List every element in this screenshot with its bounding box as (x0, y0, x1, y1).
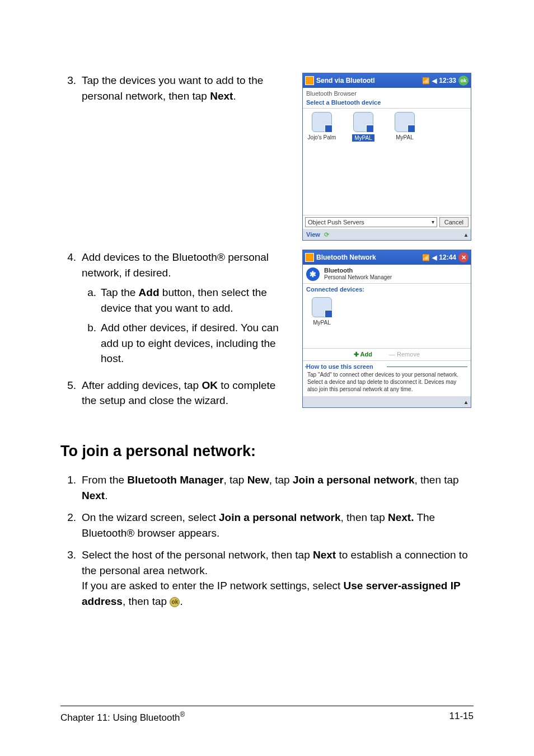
signal-icon: 📶 (422, 77, 430, 84)
device-label: MyPAL (352, 134, 374, 142)
step-3-bold: Next (210, 90, 233, 102)
page-footer: Chapter 11: Using Bluetooth® 11-15 (60, 706, 474, 724)
pda2-time: 12:44 (439, 253, 456, 261)
step-4: 4. Add devices to the Bluetooth® persona… (60, 250, 289, 371)
device-icon (312, 297, 332, 317)
screenshot-personal-network-manager: Bluetooth Network 📶 ◀ 12:44 ✕ ✱ Bluetoot… (302, 250, 471, 408)
pda1-title: Send via Bluetootl (316, 77, 420, 84)
join-step-1: 1. From the Bluetooth Manager, tap New, … (60, 472, 474, 503)
device-mypal-2[interactable]: MyPAL (389, 112, 420, 140)
footer-page-number: 11-15 (449, 711, 474, 724)
step-4a-num: a. (82, 285, 101, 316)
device-jojos-palm[interactable]: Jojo's Palm (306, 112, 338, 140)
device-icon (395, 112, 415, 132)
step-4a: a. Tap the Add button, then select the d… (82, 285, 289, 316)
j2-t2: , then tap (341, 511, 388, 523)
pda2-titlebar: Bluetooth Network 📶 ◀ 12:44 ✕ (303, 250, 471, 265)
j3-b1: Next (313, 549, 336, 561)
j1-b1: Bluetooth Manager (127, 474, 223, 486)
sip-arrow-icon[interactable]: ▴ (465, 232, 467, 238)
join-heading: To join a personal network: (60, 443, 474, 460)
pda1-time: 12:33 (439, 77, 456, 84)
pda1-titlebar: Send via Bluetootl 📶 ◀ 12:33 ok (303, 73, 471, 88)
join-step-2: 2. On the wizard screen, select Join a p… (60, 510, 474, 541)
j3-l2-t3: . (180, 595, 182, 607)
howto-heading: How to use this screen (303, 361, 471, 370)
step-3-after: . (233, 90, 236, 102)
cancel-button[interactable]: Cancel (439, 217, 469, 227)
connected-device-mypal[interactable]: MyPAL (306, 297, 338, 326)
j3-l2-t1: If you are asked to enter the IP network… (82, 580, 344, 591)
step-4a-bold: Add (139, 287, 160, 298)
connected-devices-label: Connected devices: (303, 284, 471, 295)
step-5-num: 5. (60, 378, 82, 408)
pda1-filter-dropdown[interactable]: Object Push Servers (305, 217, 437, 227)
bluetooth-icon: ✱ (306, 267, 320, 281)
j2-b2: Next. (388, 511, 414, 523)
pda1-subhead: Bluetooth Browser (303, 88, 471, 99)
j3-t1: Select the host of the personal network,… (82, 549, 313, 561)
close-button[interactable]: ✕ (458, 252, 469, 262)
start-flag-icon (305, 253, 314, 262)
join-3-num: 3. (60, 547, 82, 609)
step-3-num: 3. (60, 73, 82, 104)
device-label: MyPAL (396, 134, 414, 140)
j1-t2: , tap (223, 474, 247, 486)
device-icon (312, 112, 332, 132)
speaker-icon: ◀ (432, 254, 437, 261)
j1-b4: Next (82, 490, 105, 501)
ok-icon: ok (170, 597, 180, 607)
sip-arrow-icon[interactable]: ▴ (465, 399, 467, 405)
j1-t1: From the (82, 474, 127, 486)
speaker-icon: ◀ (432, 77, 437, 84)
start-flag-icon (305, 76, 314, 85)
pda2-header: ✱ Bluetooth Personal Network Manager (303, 265, 471, 284)
j1-t5: . (105, 490, 107, 501)
pda1-select-link[interactable]: Select a Bluetooth device (303, 99, 471, 109)
step-4b-text: Add other devices, if desired. You can a… (101, 320, 289, 367)
j3-l2-t2: , then tap (123, 595, 170, 607)
footer-chapter: Chapter 11: Using Bluetooth (60, 712, 180, 723)
device-label: Jojo's Palm (308, 134, 336, 140)
pda2-title: Bluetooth Network (316, 253, 420, 261)
join-step-3: 3. Select the host of the personal netwo… (60, 547, 474, 609)
add-button[interactable]: Add (354, 351, 372, 358)
step-4-text: Add devices to the Bluetooth® personal n… (82, 251, 269, 279)
pda2-header-title: Bluetooth (324, 267, 353, 274)
ok-button[interactable]: ok (458, 76, 469, 86)
screenshot-bluetooth-browser: Send via Bluetootl 📶 ◀ 12:33 ok Bluetoot… (302, 73, 471, 241)
step-4b: b. Add other devices, if desired. You ca… (82, 320, 289, 367)
device-icon (353, 112, 373, 132)
j1-b3: Join a personal network (293, 474, 415, 486)
connected-devices-area: MyPAL (303, 295, 471, 349)
step-5: 5. After adding devices, tap OK to compl… (60, 378, 289, 408)
howto-body: Tap "Add" to connect other devices to yo… (303, 370, 471, 396)
join-2-num: 2. (60, 510, 82, 541)
pda1-device-list: Jojo's Palm MyPAL MyPAL (303, 109, 471, 215)
device-mypal-selected[interactable]: MyPAL (348, 112, 379, 142)
join-1-num: 1. (60, 472, 82, 503)
j2-b1: Join a personal network (219, 511, 341, 523)
footer-reg: ® (180, 711, 185, 719)
j1-b2: New (247, 474, 269, 486)
j2-t1: On the wizard screen, select (82, 511, 219, 523)
signal-icon: 📶 (422, 254, 430, 261)
refresh-icon[interactable]: ⟳ (324, 231, 329, 238)
view-menu[interactable]: View (306, 231, 320, 238)
step-5-bold: OK (202, 379, 218, 391)
step-4a-before: Tap the (101, 287, 139, 298)
pda2-header-sub: Personal Network Manager (324, 274, 392, 280)
step-4-num: 4. (60, 250, 82, 371)
step-3: 3. Tap the devices you want to add to th… (60, 73, 289, 104)
step-5-before: After adding devices, tap (82, 379, 202, 391)
j1-t3: , tap (269, 474, 293, 486)
device-label: MyPAL (313, 320, 331, 326)
j1-t4: , then tap (414, 474, 458, 486)
remove-button: Remove (389, 351, 420, 358)
step-4b-num: b. (82, 320, 101, 367)
